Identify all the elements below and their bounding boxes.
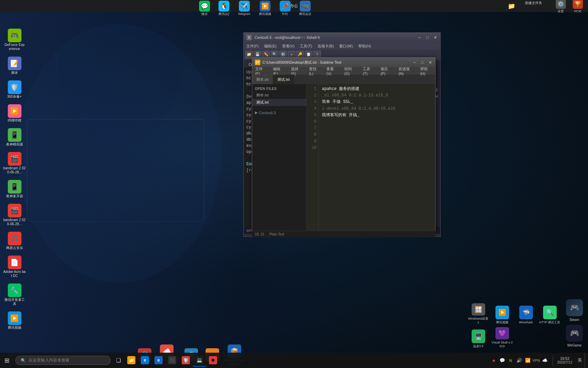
- sublime-editor-content[interactable]: apahce 服务的搭建 _el.x86_64 0:2.0.1-13.el6_8…: [318, 84, 435, 231]
- top-meeting-label: 腾讯会议: [299, 12, 311, 16]
- sublime-editor-area[interactable]: 1 2 3 4 5 6 7 8 9 10 apahce 服务的搭建 _el.x8…: [307, 84, 435, 231]
- sublime-menu-tools[interactable]: 工具(T): [361, 66, 376, 76]
- sublime-menu-goto[interactable]: 转到(G): [343, 66, 358, 76]
- xshell-menu-tab[interactable]: 选项卡(B): [316, 44, 335, 49]
- desktop-icon-nox2[interactable]: 📱 夜神多开器: [2, 179, 27, 200]
- sublime-tab-test[interactable]: 测试.txt: [273, 75, 294, 84]
- sublime-file-test[interactable]: 测试.txt: [252, 99, 306, 106]
- desktop-icon-bandicam1[interactable]: 🎬 bandicam 2 020-06-28...: [2, 151, 27, 176]
- br-wind1[interactable]: 🪟 Windowsü设置1: [467, 303, 489, 325]
- taskbar-explorer-icon: 📁: [127, 356, 135, 364]
- new-label: 新建文件夹: [523, 1, 544, 5]
- tray-nvidia-icon[interactable]: N: [507, 357, 514, 364]
- sublime-window[interactable]: ST C:\Users\85009\Desktop\测试.txt - Subli…: [252, 57, 436, 231]
- desktop-icon-bilibili[interactable]: ▶️ 哔哩哔哩: [2, 103, 27, 124]
- top-bouyomi[interactable]: ▶️ 腾讯视频: [257, 0, 273, 17]
- sublime-menu-prefs[interactable]: 首选项(N): [397, 66, 415, 76]
- xshell-minimize[interactable]: ─: [416, 35, 423, 40]
- taskbar-ie[interactable]: e: [152, 354, 165, 367]
- desktop-icon-tencentvideo[interactable]: ▶️ 腾讯视频: [2, 310, 27, 331]
- desktop-icon-adobe[interactable]: 📄 Adobe Acro bat DC: [2, 254, 27, 279]
- tray-cloud-icon[interactable]: ☁️: [541, 357, 548, 364]
- top-telegram[interactable]: ✈️ Telegram: [236, 0, 252, 17]
- br-wireshark[interactable]: 🦈 Wireshark: [515, 303, 537, 325]
- search-bar[interactable]: 🔍 在这里输入内容来搜索: [15, 356, 111, 365]
- desktop-icon-nvidia[interactable]: 🎮 GeForce Exp erience: [2, 27, 27, 52]
- show-desktop-button[interactable]: [585, 353, 588, 368]
- xshell-menu-window[interactable]: 窗口(W): [338, 44, 354, 49]
- desktop-icon-wechatdev[interactable]: 🔧 微信开发者工具: [2, 282, 27, 307]
- desktop-icon-netease-label: 网易云音乐: [6, 246, 23, 250]
- br-wind1-label: Windowsü设置1: [468, 317, 489, 324]
- sublime-titlebar: ST C:\Users\85009\Desktop\测试.txt - Subli…: [252, 58, 435, 67]
- xshell-maximize[interactable]: □: [424, 35, 431, 40]
- desktop-icon-netease[interactable]: 🎵 网易云音乐: [2, 230, 27, 251]
- taskbar-explorer[interactable]: 📁: [125, 354, 138, 367]
- desktop-icon-nox-label: 夜神模拟器: [6, 142, 23, 147]
- tray-volume-icon[interactable]: 🔊: [516, 357, 523, 364]
- desktop-icon-nvidia-label: GeForce Exp erience: [3, 43, 26, 51]
- xshell-titlebar: X Centos6.5 - root@localhost:~ - Xshell …: [244, 33, 440, 42]
- bottom-far-right-icons: 🎮 Steam 🎮 WeGame: [561, 299, 588, 349]
- sublime-menu-project[interactable]: 项目(P): [379, 66, 394, 76]
- xshell-menu-file[interactable]: 文件(F): [245, 44, 260, 49]
- xshell-menu-tools[interactable]: 工具(T): [299, 44, 313, 49]
- top-qq[interactable]: 🐧 腾讯QQ: [217, 0, 231, 17]
- xshell-menubar: 文件(F) 编辑(E) 查看(V) 工具(T) 选项卡(B) 窗口(W) 帮助(…: [244, 42, 440, 50]
- xshell-menu-help[interactable]: 帮助(H): [357, 44, 372, 49]
- ln4: 4: [308, 106, 316, 112]
- br-vs[interactable]: 💜 Visual Studi o 2019: [491, 327, 513, 349]
- desktop-icon-bandicam2[interactable]: 🎬 bandicam 2 020-06-28...: [2, 202, 27, 228]
- top-meeting[interactable]: 📹 腾讯会议: [297, 0, 313, 17]
- sublime-menubar: 文件(F) 编辑(E) 选择(S) 查找(L) 查看(V) 转到(G) 工具(T…: [252, 67, 435, 75]
- xshell-menu-edit[interactable]: 编辑(E): [263, 44, 278, 49]
- tray-network-icon[interactable]: 📶: [524, 357, 531, 364]
- desktop-icon-nox[interactable]: 📱 夜神模拟器: [2, 127, 27, 148]
- desktop-icons-left: 🎮 GeForce Exp erience 📝 脚本 🛡️ 360杀毒+ ▶️ …: [2, 27, 29, 331]
- xshell-menu-view[interactable]: 查看(V): [281, 44, 296, 49]
- tray-vpn-icon[interactable]: VPN: [533, 357, 540, 364]
- br-wireshark-label: Wireshark: [519, 321, 533, 324]
- task-view-icon: ❏: [116, 357, 121, 364]
- xshell-close[interactable]: ✕: [432, 35, 439, 40]
- desktop-icon-360[interactable]: 🛡️ 360杀毒+: [2, 79, 27, 100]
- task-view-button[interactable]: ❏: [112, 354, 125, 367]
- taskbar-edge[interactable]: e: [138, 354, 152, 367]
- ln7: 7: [308, 125, 316, 132]
- sublime-folder-centos[interactable]: ▶ Centos6.5: [252, 109, 306, 116]
- tray-msg-icon[interactable]: 💬: [499, 357, 506, 364]
- br-remote[interactable]: 🖥️ 远桌5.5: [467, 327, 489, 349]
- top-hcie[interactable]: 🏆 HCIE: [571, 0, 585, 14]
- sublime-close[interactable]: ✕: [427, 60, 434, 65]
- sublime-menu-help[interactable]: 帮助(H): [419, 66, 434, 76]
- sublime-menu-view[interactable]: 查看(V): [325, 66, 340, 76]
- top-weixin-label: 微信: [201, 12, 208, 16]
- sublime-file-script[interactable]: 脚本.txt: [252, 92, 306, 99]
- taskbar-security[interactable]: 🛡️: [179, 354, 193, 367]
- language-area[interactable]: 英: [575, 357, 585, 363]
- top-weixin[interactable]: 💬 微信: [197, 0, 212, 17]
- sublime-file-sidebar: OPEN FILES 脚本.txt 测试.txt ▶ Centos6.5: [252, 84, 307, 231]
- br-tencentvideo[interactable]: ▶️ 腾讯视频: [491, 303, 513, 325]
- wegame-icon-large[interactable]: 🎮 WeGame: [562, 325, 587, 348]
- editor-line3: 简单 不做 SSL_: [322, 99, 432, 105]
- taskbar-terminal-icon: 💻: [195, 356, 203, 364]
- desktop-icon-notepad[interactable]: 📝 脚本: [2, 55, 27, 76]
- sublime-title: C:\Users\85009\Desktop\测试.txt - Sublime …: [262, 60, 341, 65]
- taskbar-ie-icon: e: [154, 356, 163, 364]
- sublime-menu-find[interactable]: 查找(L): [308, 66, 322, 76]
- start-button[interactable]: ⊞: [0, 353, 14, 368]
- top-dingding[interactable]: 📌 钉钉: [278, 0, 292, 17]
- taskbar-multitask[interactable]: ⬛: [165, 354, 179, 367]
- sublime-minimize[interactable]: ─: [411, 60, 418, 65]
- sublime-tab-script[interactable]: 脚本.txt: [252, 75, 273, 84]
- br-httpdebug[interactable]: 🔍 HTTP 调试工具: [539, 303, 561, 325]
- steam-icon-large[interactable]: 🎮 Steam: [562, 299, 587, 322]
- sublime-maximize[interactable]: □: [419, 60, 426, 65]
- tray-up-arrow[interactable]: 🔺: [490, 357, 497, 364]
- sublime-icon: ST: [255, 60, 260, 65]
- taskbar-record[interactable]: ⏺: [206, 354, 220, 367]
- taskbar-terminal[interactable]: 💻: [193, 354, 206, 367]
- top-settings[interactable]: ⚙️ 设置: [554, 0, 568, 14]
- clock-area[interactable]: 19:52 2020/7/12: [555, 356, 575, 364]
